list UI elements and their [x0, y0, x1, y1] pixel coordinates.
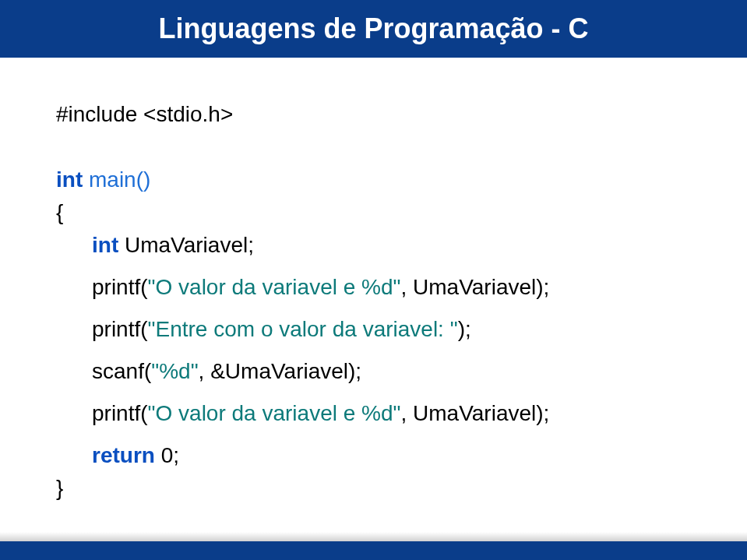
- slide-title: Linguagens de Programação - C: [158, 12, 588, 45]
- printf2-fn: printf(: [92, 317, 148, 341]
- close-brace: }: [56, 476, 63, 500]
- printf3-rest: , UmaVariavel);: [401, 401, 550, 425]
- close-brace-line: }: [56, 472, 691, 505]
- return-rest: 0;: [155, 443, 179, 467]
- bottom-bar: [0, 541, 747, 560]
- code-content: #include <stdio.h> int main() { int UmaV…: [0, 58, 747, 505]
- printf2-str: "Entre com o valor da variavel: ": [148, 317, 458, 341]
- open-brace-line: {: [56, 196, 691, 229]
- open-brace: {: [56, 200, 63, 224]
- include-line: #include <stdio.h>: [56, 98, 691, 131]
- return-line: return 0;: [56, 439, 691, 472]
- printf1-line: printf("O valor da variavel e %d", UmaVa…: [56, 271, 691, 304]
- printf3-line: printf("O valor da variavel e %d", UmaVa…: [56, 397, 691, 430]
- title-bar: Linguagens de Programação - C: [0, 0, 747, 58]
- include-text: #include <stdio.h>: [56, 102, 233, 126]
- main-signature: int main(): [56, 164, 691, 196]
- scanf-fn: scanf(: [92, 359, 151, 383]
- int-keyword: int: [56, 167, 83, 192]
- printf2-line: printf("Entre com o valor da variavel: "…: [56, 313, 691, 346]
- printf1-rest: , UmaVariavel);: [401, 275, 550, 299]
- main-text: main(): [83, 167, 150, 192]
- scanf-rest: , &UmaVariavel);: [199, 359, 362, 383]
- return-keyword: return: [92, 443, 155, 467]
- scanf-str: "%d": [151, 359, 198, 383]
- int-keyword-2: int: [92, 233, 118, 257]
- printf2-rest: );: [458, 317, 471, 341]
- printf3-fn: printf(: [92, 401, 148, 425]
- printf1-fn: printf(: [92, 275, 148, 299]
- decl-line: int UmaVariavel;: [56, 229, 691, 262]
- scanf-line: scanf("%d", &UmaVariavel);: [56, 355, 691, 388]
- printf3-str: "O valor da variavel e %d": [148, 401, 401, 425]
- printf1-str: "O valor da variavel e %d": [148, 275, 401, 299]
- decl-var: UmaVariavel;: [118, 233, 254, 257]
- bottom-shadow: [0, 532, 747, 541]
